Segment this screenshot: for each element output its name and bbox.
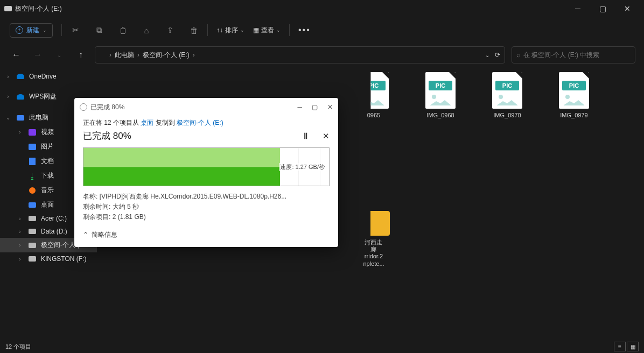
drive-icon xyxy=(29,256,36,262)
picture-icon: PIC xyxy=(425,72,456,109)
picture-icon: PIC xyxy=(492,72,522,109)
address-row: ← → ⌄ ↑ › 此电脑 › 极空间-个人 (E:) › ⌄ ⟳ ⌕ 在 极空… xyxy=(0,43,644,67)
drive-icon xyxy=(29,229,36,234)
vid-icon xyxy=(29,129,36,136)
back-button[interactable]: ← xyxy=(9,47,24,62)
close-button[interactable]: ✕ xyxy=(615,0,640,17)
dialog-meta: 名称: [VIPHD]河西走廊 He.XLCorridor.2015.E09.W… xyxy=(83,192,330,223)
icons-view-button[interactable]: ▦ xyxy=(627,342,639,351)
cloud-icon xyxy=(17,74,24,79)
dialog-close-button[interactable]: ✕ xyxy=(327,103,333,111)
dialog-description: 正在将 12 个项目从 桌面 复制到 极空间-个人 (E:) xyxy=(83,118,330,128)
copy-icon[interactable]: ⧉ xyxy=(94,25,104,35)
picture-icon: PIC xyxy=(359,72,389,109)
mus-icon xyxy=(29,187,36,194)
search-input[interactable]: ⌕ 在 极空间-个人 (E:) 中搜索 xyxy=(512,46,635,63)
folder-icon xyxy=(358,211,390,236)
search-icon: ⌕ xyxy=(516,51,520,59)
clock-icon xyxy=(80,103,87,111)
sidebar-item-OneDrive[interactable]: ›OneDrive xyxy=(0,70,97,83)
sort-icon: ↑↓ xyxy=(216,26,223,34)
picture-icon: PIC xyxy=(559,72,589,109)
address-bar[interactable]: › 此电脑 › 极空间-个人 (E:) › ⌄ ⟳ xyxy=(95,46,505,63)
sidebar-item-KINGSTON (F:)[interactable]: ›KINGSTON (F:) xyxy=(0,252,97,265)
view-button[interactable]: ▦ 查看 ⌄ xyxy=(253,26,281,35)
doc-icon xyxy=(29,158,36,165)
dialog-minimize-button[interactable]: ─ xyxy=(297,103,302,111)
statusbar: 12 个项目 ≡ ▦ xyxy=(0,340,644,353)
toolbar: + 新建 ⌄ ✂ ⧉ 📋︎ ⌂ ⇪ 🗑︎ ↑↓ 排序 ⌄ ▦ 查看 ⌄ ••• xyxy=(0,17,644,43)
chevron-up-icon: ⌃ xyxy=(83,231,88,238)
plus-icon: + xyxy=(16,26,23,34)
file-item-IMG_0979[interactable]: PICIMG_0979 xyxy=(547,72,601,126)
window-title: 极空间-个人 (E:) xyxy=(15,4,62,13)
drive-icon xyxy=(29,243,36,248)
item-count: 12 个项目 xyxy=(5,343,31,351)
share-icon[interactable]: ⇪ xyxy=(165,25,175,35)
file-item-IMG_0970[interactable]: PICIMG_0970 xyxy=(480,72,534,126)
minimize-button[interactable]: ─ xyxy=(565,0,590,17)
more-details-toggle[interactable]: ⌃ 简略信息 xyxy=(83,230,330,239)
dialog-title: 已完成 80% xyxy=(90,103,124,112)
drive-icon xyxy=(4,6,12,11)
folder-item[interactable]: 河西走廊rridor.2nplete... xyxy=(347,211,401,267)
drive-icon xyxy=(29,216,36,221)
speed-label: 速度: 1.27 GB/秒 xyxy=(279,163,326,171)
file-item-0965[interactable]: PIC0965 xyxy=(347,72,401,126)
download-icon: ⭳ xyxy=(28,172,37,180)
paste-icon[interactable]: 📋︎ xyxy=(118,26,128,35)
maximize-button[interactable]: ▢ xyxy=(590,0,615,17)
titlebar: 极空间-个人 (E:) ─ ▢ ✕ xyxy=(0,0,644,17)
view-icon: ▦ xyxy=(253,26,259,34)
copy-dialog: 已完成 80% ─ ▢ ✕ 正在将 12 个项目从 桌面 复制到 极空间-个人 … xyxy=(74,98,338,247)
forward-button[interactable]: → xyxy=(30,47,45,62)
up-button[interactable]: ↑ xyxy=(73,47,88,62)
recent-dropdown[interactable]: ⌄ xyxy=(52,47,67,62)
delete-icon[interactable]: 🗑︎ xyxy=(189,26,199,35)
details-view-button[interactable]: ≡ xyxy=(614,342,626,351)
new-button[interactable]: + 新建 ⌄ xyxy=(10,23,53,38)
history-dropdown[interactable]: ⌄ xyxy=(485,52,489,58)
pc-icon xyxy=(17,115,24,121)
desk-icon xyxy=(29,202,36,208)
pause-button[interactable]: Ⅱ xyxy=(304,131,307,141)
progress-graph: 速度: 1.27 GB/秒 xyxy=(83,147,330,186)
drive-icon xyxy=(100,53,106,58)
cloud2-icon xyxy=(17,94,24,100)
rename-icon[interactable]: ⌂ xyxy=(142,26,151,35)
refresh-button[interactable]: ⟳ xyxy=(495,51,500,59)
cancel-button[interactable]: ✕ xyxy=(323,131,330,141)
pic-icon xyxy=(29,144,36,150)
dialog-heading: 已完成 80% xyxy=(83,130,131,142)
cut-icon[interactable]: ✂ xyxy=(71,25,80,35)
file-item-IMG_0968[interactable]: PICIMG_0968 xyxy=(414,72,467,126)
more-button[interactable]: ••• xyxy=(298,25,311,35)
dialog-maximize-button[interactable]: ▢ xyxy=(312,103,318,111)
sort-button[interactable]: ↑↓ 排序 ⌄ xyxy=(216,26,244,35)
